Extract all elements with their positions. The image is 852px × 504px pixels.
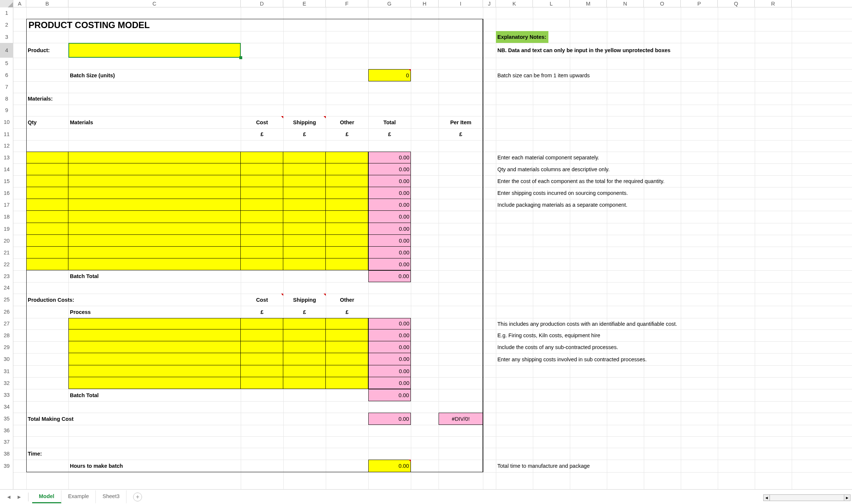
hours-input[interactable]: 0.00 <box>368 460 411 472</box>
nb-note: NB. Data and text can only be input in t… <box>496 43 792 58</box>
sheet-tab[interactable]: Example <box>61 490 96 503</box>
row-header[interactable]: 1 <box>0 7 13 19</box>
column-header[interactable]: F <box>326 0 368 7</box>
row-header[interactable]: 16 <box>0 187 13 199</box>
column-header[interactable]: K <box>496 0 533 7</box>
batch-note: Batch size can be from 1 item upwards <box>496 69 792 81</box>
row-header[interactable]: 36 <box>0 425 13 436</box>
column-header[interactable]: P <box>681 0 718 7</box>
materials-total-cell: 0.00 <box>368 258 411 270</box>
row-header[interactable]: 22 <box>0 258 13 270</box>
materials-total-cell: 0.00 <box>368 163 411 175</box>
column-header[interactable]: I <box>439 0 483 7</box>
select-all-corner[interactable] <box>0 0 13 7</box>
batch-size-label: Batch Size (units) <box>68 69 283 81</box>
row-header[interactable]: 6 <box>0 69 13 81</box>
row-header[interactable]: 14 <box>0 163 13 175</box>
materials-total-cell: 0.00 <box>368 247 411 258</box>
row-header[interactable]: 23 <box>0 270 13 282</box>
currency-symbol: £ <box>368 128 411 140</box>
page-title: PRODUCT COSTING MODEL <box>26 19 483 31</box>
row-header[interactable]: 2 <box>0 19 13 31</box>
column-header[interactable]: O <box>644 0 681 7</box>
batch-size-input[interactable]: 0 <box>368 69 411 81</box>
row-header[interactable]: 25 <box>0 294 13 306</box>
row-header[interactable]: 7 <box>0 81 13 93</box>
row-header[interactable]: 34 <box>0 401 13 413</box>
tab-nav-next[interactable]: ► <box>16 493 23 501</box>
production-total-cell: 0.00 <box>368 377 411 389</box>
column-header[interactable]: B <box>26 0 68 7</box>
sheet-tab[interactable]: Sheet3 <box>96 490 126 503</box>
currency-symbol: £ <box>326 128 368 140</box>
row-header[interactable]: 30 <box>0 353 13 365</box>
materials-header: Materials: <box>26 93 241 105</box>
currency-symbol: £ <box>439 128 483 140</box>
row-header[interactable]: 31 <box>0 365 13 377</box>
row-header[interactable]: 8 <box>0 93 13 105</box>
column-header[interactable]: M <box>570 0 607 7</box>
column-header[interactable]: D <box>241 0 283 7</box>
production-total-cell: 0.00 <box>368 353 411 365</box>
row-header[interactable]: 5 <box>0 58 13 69</box>
materials-note: Include packaging materials as a separat… <box>496 199 792 211</box>
row-header[interactable]: 3 <box>0 31 13 43</box>
materials-total-cell: 0.00 <box>368 175 411 187</box>
production-total-cell: 0.00 <box>368 341 411 353</box>
production-total-cell: 0.00 <box>368 365 411 377</box>
column-header[interactable]: C <box>68 0 241 7</box>
column-header[interactable]: N <box>607 0 644 7</box>
row-header[interactable]: 38 <box>0 448 13 460</box>
materials-total-cell: 0.00 <box>368 187 411 199</box>
row-header[interactable]: 15 <box>0 175 13 187</box>
row-header[interactable]: 17 <box>0 199 13 211</box>
column-header[interactable]: G <box>368 0 411 7</box>
spreadsheet-grid[interactable]: PRODUCT COSTING MODELProduct:Batch Size … <box>13 7 852 489</box>
column-header[interactable]: L <box>533 0 570 7</box>
per-item-cost: #DIV/0! <box>439 413 483 425</box>
comment-indicator-icon <box>409 69 411 71</box>
qty-header: Qty <box>26 116 68 128</box>
shipping-header-2: Shipping <box>283 294 326 306</box>
row-header[interactable]: 11 <box>0 128 13 140</box>
column-header-row: ABCDEFGHIJKLMNOPQR <box>0 0 852 7</box>
row-header[interactable]: 24 <box>0 282 13 294</box>
column-header[interactable]: R <box>755 0 792 7</box>
row-header[interactable]: 28 <box>0 329 13 341</box>
horizontal-scrollbar[interactable]: ◄► <box>763 494 851 501</box>
row-header[interactable]: 37 <box>0 436 13 448</box>
currency-symbol: £ <box>241 128 283 140</box>
row-header[interactable]: 32 <box>0 377 13 389</box>
column-header[interactable]: J <box>483 0 496 7</box>
peritem-header: Per Item <box>439 116 483 128</box>
sheet-tab[interactable]: Model <box>32 490 61 503</box>
row-header[interactable]: 10 <box>0 116 13 128</box>
row-header[interactable]: 19 <box>0 223 13 235</box>
row-header[interactable]: 4 <box>0 43 13 58</box>
row-header[interactable]: 35 <box>0 413 13 425</box>
currency-symbol: £ <box>283 306 326 318</box>
column-header[interactable]: Q <box>718 0 755 7</box>
row-header[interactable]: 21 <box>0 247 13 258</box>
materials-note: Qty and materials columns are descriptiv… <box>496 163 792 175</box>
row-header[interactable]: 26 <box>0 306 13 318</box>
product-input[interactable] <box>68 43 241 58</box>
production-costs-header: Production Costs: <box>26 294 241 306</box>
row-header[interactable]: 12 <box>0 140 13 152</box>
row-header[interactable]: 27 <box>0 318 13 329</box>
row-header[interactable]: 20 <box>0 235 13 247</box>
time-note: Total time to manufacture and package <box>496 460 792 472</box>
row-header[interactable]: 13 <box>0 152 13 163</box>
column-header[interactable]: H <box>411 0 439 7</box>
row-header[interactable]: 9 <box>0 105 13 116</box>
materials-total-cell: 0.00 <box>368 223 411 235</box>
row-header[interactable]: 39 <box>0 460 13 472</box>
row-header[interactable]: 18 <box>0 211 13 223</box>
tab-nav-prev[interactable]: ◄ <box>5 493 13 501</box>
row-header[interactable]: 29 <box>0 341 13 353</box>
column-header[interactable]: A <box>13 0 26 7</box>
hours-label: Hours to make batch <box>68 460 326 472</box>
add-sheet-button[interactable]: + <box>133 493 142 501</box>
row-header[interactable]: 33 <box>0 389 13 401</box>
column-header[interactable]: E <box>283 0 326 7</box>
